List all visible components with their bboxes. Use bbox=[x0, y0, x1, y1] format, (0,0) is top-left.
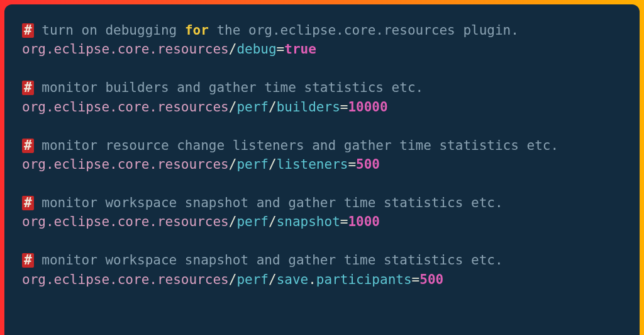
hash-icon: # bbox=[22, 196, 34, 210]
config-line: org.eclipse.core.resources/debug=true bbox=[22, 42, 316, 57]
config-line: org.eclipse.core.resources/perf/builders… bbox=[22, 99, 388, 115]
hash-icon: # bbox=[22, 23, 34, 38]
hash-icon: # bbox=[22, 81, 34, 95]
config-line: org.eclipse.core.resources/perf/listener… bbox=[22, 157, 380, 172]
comment-line: # monitor resource change listeners and … bbox=[22, 138, 558, 153]
comment-line: # turn on debugging for the org.eclipse.… bbox=[22, 23, 519, 38]
config-line: org.eclipse.core.resources/perf/save.par… bbox=[22, 272, 443, 287]
hash-icon: # bbox=[22, 139, 34, 153]
hash-icon: # bbox=[22, 253, 34, 268]
config-line: org.eclipse.core.resources/perf/snapshot… bbox=[22, 214, 380, 229]
code-block: # turn on debugging for the org.eclipse.… bbox=[22, 21, 622, 289]
comment-line: # monitor workspace snapshot and gather … bbox=[22, 253, 503, 268]
comment-line: # monitor workspace snapshot and gather … bbox=[22, 195, 503, 210]
code-panel: # turn on debugging for the org.eclipse.… bbox=[4, 4, 640, 335]
comment-line: # monitor builders and gather time stati… bbox=[22, 80, 423, 95]
